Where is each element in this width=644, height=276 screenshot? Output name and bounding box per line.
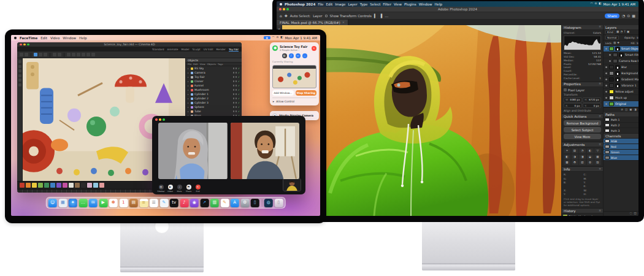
c4d-workplane-icon[interactable] bbox=[18, 83, 21, 86]
menu-item[interactable]: Edit bbox=[326, 2, 332, 6]
object-row[interactable]: ▸ Camera ✓ bbox=[186, 71, 242, 75]
objects-menu-item[interactable]: Tags bbox=[218, 63, 223, 66]
material-swatch[interactable] bbox=[44, 183, 49, 188]
color-lookup-icon[interactable]: ▩ bbox=[564, 160, 570, 165]
c4d-light-icon[interactable] bbox=[91, 53, 95, 56]
align-center-icon[interactable]: ▐ bbox=[380, 14, 383, 18]
layer-row[interactable]: Background bbox=[604, 71, 638, 77]
photo-filter-icon[interactable]: ◒ bbox=[587, 155, 594, 159]
material-swatch[interactable] bbox=[75, 183, 80, 188]
adjustments-panel-header[interactable]: Adjustments≡ bbox=[562, 142, 603, 147]
menu-bar-clock[interactable]: Mon Apr 1 9:41 AM bbox=[285, 36, 317, 40]
c4d-edges-mode-icon[interactable] bbox=[18, 65, 21, 68]
c4d-deformer-icon[interactable] bbox=[82, 53, 85, 56]
dock-messages-icon[interactable]: … bbox=[79, 199, 87, 207]
zoom-window-button[interactable] bbox=[163, 118, 165, 121]
blend-mode-dropdown[interactable]: Normal bbox=[605, 36, 619, 40]
transform-field[interactable]: Y:0 px bbox=[583, 103, 601, 108]
layer-row[interactable]: Camera Raw Filter bbox=[604, 58, 638, 64]
paths-panel-header[interactable]: Paths≡ bbox=[604, 112, 638, 117]
menu-item[interactable]: Window bbox=[419, 2, 432, 6]
dock-mail-icon[interactable]: ✉ bbox=[89, 199, 98, 207]
material-swatch[interactable] bbox=[50, 183, 55, 188]
dock-appstore-icon[interactable]: A bbox=[231, 199, 239, 207]
facetime-end-button[interactable]: ✕ bbox=[196, 185, 201, 190]
lock-transparent-icon[interactable]: ▨ bbox=[613, 42, 616, 44]
dock-stocks-icon[interactable]: ↗ bbox=[200, 199, 209, 207]
menu-item[interactable]: Image bbox=[335, 2, 345, 6]
dock-freeform-icon[interactable]: ✎ bbox=[159, 199, 168, 207]
close-window-button[interactable] bbox=[155, 118, 158, 121]
quick-action-button[interactable]: Select Subject bbox=[564, 127, 601, 132]
menu-item[interactable]: Window bbox=[63, 36, 76, 40]
shared-screen-thumbnail[interactable] bbox=[272, 65, 316, 88]
path-row[interactable]: Path 3 bbox=[604, 128, 638, 134]
layer-visibility-icon[interactable] bbox=[605, 91, 607, 93]
video-tile-participant-2[interactable] bbox=[231, 123, 300, 179]
auto-select-dropdown[interactable]: Layer bbox=[313, 14, 322, 18]
dock-facetime-icon[interactable]: ▶ bbox=[99, 199, 107, 207]
facetime-share-button[interactable]: ⬒ bbox=[186, 185, 191, 190]
material-swatch[interactable] bbox=[38, 183, 43, 188]
layer-visibility-icon[interactable] bbox=[605, 97, 607, 99]
material-swatch[interactable] bbox=[32, 183, 37, 188]
layer-visibility-icon[interactable] bbox=[605, 103, 607, 105]
adjustment-layer-icon[interactable]: ◨ bbox=[634, 109, 636, 112]
color-balance-icon[interactable]: ◑ bbox=[572, 155, 578, 159]
c4d-camera-icon[interactable] bbox=[86, 53, 90, 56]
dock-cinema4d-icon[interactable]: ◍ bbox=[264, 199, 273, 207]
object-row[interactable]: ▸ Toy Fair ✓ bbox=[186, 75, 242, 79]
control-center-icon[interactable]: ◧ bbox=[599, 2, 601, 6]
layer-visibility-icon[interactable] bbox=[605, 85, 607, 86]
menu-item[interactable]: Filter bbox=[383, 2, 391, 6]
facetime-sidebar-button[interactable]: ▤ bbox=[159, 185, 164, 190]
object-row[interactable]: ▸ Tube ✓ bbox=[186, 109, 242, 113]
c4d-model-mode-icon[interactable] bbox=[18, 74, 21, 77]
c4d-spline-icon[interactable] bbox=[72, 53, 75, 56]
dock-tv-icon[interactable]: tv bbox=[170, 199, 178, 207]
menu-item[interactable]: Help bbox=[79, 36, 87, 40]
material-swatch[interactable] bbox=[20, 183, 25, 188]
c4d-primitive-icon[interactable] bbox=[67, 53, 71, 56]
more-options-icon[interactable]: … bbox=[385, 14, 388, 18]
transform-field[interactable]: H:6720 px bbox=[583, 98, 601, 102]
c4d-move-tool-icon[interactable] bbox=[34, 53, 37, 56]
history-panel-header[interactable]: History≡ bbox=[562, 209, 603, 213]
document-tab[interactable]: FINAL_Mock.psd @ 66.7% (RGB/8#) × bbox=[277, 20, 348, 25]
channel-row[interactable]: Red ⌘3 bbox=[604, 144, 638, 150]
dock-pages-icon[interactable]: ✎ bbox=[220, 199, 229, 207]
dock-books-icon[interactable]: ▤ bbox=[129, 199, 138, 207]
layer-row[interactable]: Gradient Map 1 bbox=[604, 77, 638, 83]
filter-pixel-icon[interactable]: ▦ bbox=[616, 31, 619, 34]
notifications-icon[interactable]: ◔ bbox=[622, 14, 625, 18]
hue-saturation-icon[interactable]: ◧ bbox=[564, 155, 570, 159]
objects-menu-item[interactable]: Edit bbox=[193, 63, 197, 66]
home-icon[interactable]: ⌂ bbox=[280, 14, 282, 18]
c4d-generator-icon[interactable] bbox=[77, 53, 80, 56]
object-row[interactable]: ▸ Cylinder 2 ✓ bbox=[186, 96, 242, 101]
levels-icon[interactable]: ▤ bbox=[572, 148, 578, 153]
layout-tab[interactable]: Render bbox=[217, 48, 226, 51]
layer-visibility-icon[interactable] bbox=[605, 72, 607, 74]
messages-button[interactable]: … bbox=[302, 53, 307, 58]
layer-row[interactable]: Vibrance 1 bbox=[604, 83, 638, 89]
filter-shape-icon[interactable]: ▣ bbox=[627, 31, 629, 34]
dock-photos-icon[interactable]: ✽ bbox=[109, 199, 118, 207]
info-panel-header[interactable]: Info≡ bbox=[562, 167, 603, 172]
object-row[interactable]: ▸ Sphere ✓ bbox=[186, 105, 242, 109]
layer-row[interactable]: Yellow adjust bbox=[604, 89, 638, 95]
transform-controls-checkbox[interactable] bbox=[325, 15, 328, 17]
layer-row[interactable]: Smart Object bbox=[604, 46, 638, 52]
posterize-icon[interactable]: ▧ bbox=[579, 160, 586, 165]
menu-item[interactable]: Type bbox=[360, 2, 368, 6]
minimize-window-button[interactable] bbox=[159, 118, 161, 121]
c4d-render-settings-icon[interactable] bbox=[58, 53, 61, 56]
search-icon[interactable]: ⊙ bbox=[594, 2, 597, 6]
dock-iphone-mirroring-icon[interactable]: ▯ bbox=[251, 199, 259, 207]
layer-row[interactable]: Blur bbox=[604, 64, 638, 71]
dock-settings-icon[interactable]: ⚙ bbox=[240, 199, 249, 207]
layer-visibility-icon[interactable] bbox=[605, 66, 607, 68]
properties-panel-header[interactable]: Properties≡ bbox=[562, 82, 603, 87]
filter-type-icon[interactable]: T bbox=[624, 31, 626, 34]
add-window-button[interactable]: Add Window... bbox=[272, 90, 294, 96]
